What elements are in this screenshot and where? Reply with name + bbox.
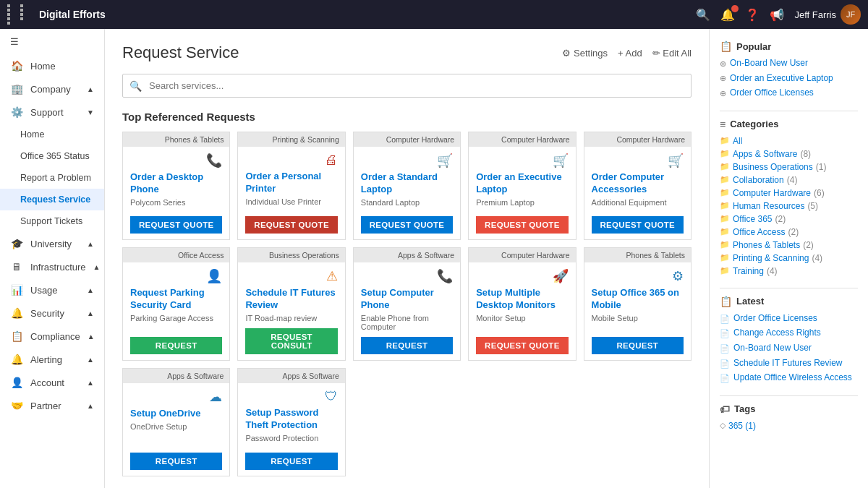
bell-icon[interactable]: 🔔 xyxy=(720,8,735,22)
sidebar-item-account[interactable]: 👤 Account ▲ xyxy=(0,371,104,394)
category-computer-hardware[interactable]: 📁 Computer Hardware (6) xyxy=(720,188,858,198)
sidebar-hamburger[interactable]: ☰ xyxy=(0,29,104,54)
card-onedrive: Apps & Software ☁ Setup OneDrive OneDriv… xyxy=(122,368,230,476)
request-consult-button[interactable]: REQUEST CONSULT xyxy=(245,328,337,354)
latest-link-2[interactable]: 📄 On-Board New User xyxy=(720,343,858,354)
help-icon[interactable]: ❓ xyxy=(745,8,760,22)
latest-link-1[interactable]: 📄 Change Access Rights xyxy=(720,328,858,339)
card-subtitle: Polycom Series xyxy=(130,198,222,207)
edit-all-button[interactable]: ✏ Edit All xyxy=(652,48,692,59)
category-human-resources[interactable]: 📁 Human Resources (5) xyxy=(720,201,858,211)
category-apps-software[interactable]: 📁 Apps & Software (8) xyxy=(720,149,858,159)
category-training[interactable]: 📁 Training (4) xyxy=(720,266,858,276)
card-title[interactable]: Setup OneDrive xyxy=(130,408,222,420)
card-title[interactable]: Schedule IT Futures Review xyxy=(245,287,337,312)
sidebar-item-university[interactable]: 🎓 University ▲ xyxy=(0,232,104,255)
card-personal-printer: Printing & Scanning 🖨 Order a Personal P… xyxy=(237,132,345,240)
request-button-mobile[interactable]: REQUEST xyxy=(592,337,684,354)
card-title[interactable]: Order a Personal Printer xyxy=(245,171,337,195)
card-icon: ⚠ xyxy=(245,268,337,284)
category-collaboration[interactable]: 📁 Collaboration (4) xyxy=(720,175,858,185)
user-menu[interactable]: Jeff Farris JF xyxy=(794,4,861,25)
sidebar-item-partner[interactable]: 🤝 Partner ▲ xyxy=(0,394,104,417)
latest-link-0[interactable]: 📄 Order Office Licenses xyxy=(720,313,858,325)
tag-365[interactable]: ◇ 365 (1) xyxy=(720,421,858,431)
request-button-computer-phone[interactable]: REQUEST xyxy=(361,337,453,354)
category-office-access[interactable]: 📁 Office Access (2) xyxy=(720,227,858,237)
megaphone-icon[interactable]: 📢 xyxy=(770,8,784,22)
request-quote-button-accessories[interactable]: REQUEST QUOTE xyxy=(592,216,684,234)
card-body: 🖨 Order a Personal Printer Individual Us… xyxy=(238,147,344,239)
card-title[interactable]: Order an Executive Laptop xyxy=(476,171,568,196)
card-title[interactable]: Setup Computer Phone xyxy=(361,287,453,312)
main-layout: ☰ 🏠 Home 🏢 Company ▲ ⚙️ Support ▼ Home O… xyxy=(0,29,868,488)
request-button-onedrive[interactable]: REQUEST xyxy=(130,453,222,470)
sidebar-item-support-tickets[interactable]: Support Tickets xyxy=(0,210,104,232)
request-quote-button-printer[interactable]: REQUEST QUOTE xyxy=(245,216,337,234)
right-panel: 📋 Popular ⊕ On-Board New User ⊕ Order an… xyxy=(709,29,868,488)
category-office365[interactable]: 📁 Office 365 (2) xyxy=(720,214,858,224)
sidebar-item-request-service[interactable]: Request Service xyxy=(0,189,104,210)
link-icon: ⊕ xyxy=(720,88,726,98)
card-subtitle: Monitor Setup xyxy=(476,314,568,322)
card-title[interactable]: Order Computer Accessories xyxy=(592,171,684,196)
divider xyxy=(720,111,858,111)
card-title[interactable]: Request Parking Security Card xyxy=(130,287,222,312)
sidebar-item-usage[interactable]: 📊 Usage ▲ xyxy=(0,278,104,301)
doc-icon: 📄 xyxy=(720,328,730,338)
card-body: ⚠ Schedule IT Futures Review IT Road-map… xyxy=(238,262,344,360)
sidebar-item-office365[interactable]: Office 365 Status xyxy=(0,145,104,167)
chevron-down-icon: ▲ xyxy=(87,85,94,93)
request-quote-button-exec-laptop[interactable]: REQUEST QUOTE xyxy=(476,216,568,234)
app-grid-icon[interactable] xyxy=(7,4,32,25)
card-title[interactable]: Setup Multiple Desktop Monitors xyxy=(476,287,568,312)
popular-link-1[interactable]: ⊕ Order an Executive Laptop xyxy=(720,73,858,85)
request-quote-button-monitors[interactable]: REQUEST QUOTE xyxy=(476,337,568,354)
card-title[interactable]: Setup Password Theft Protection xyxy=(245,407,337,432)
doc-icon: 📄 xyxy=(720,373,730,383)
sidebar-item-home[interactable]: 🏠 Home xyxy=(0,54,104,77)
tags-icon: 🏷 xyxy=(720,403,730,415)
card-icon: ⚙ xyxy=(592,268,684,284)
card-body: 👤 Request Parking Security Card Parking … xyxy=(123,262,229,360)
card-title[interactable]: Order a Desktop Phone xyxy=(130,171,222,196)
card-placeholder-3 xyxy=(353,368,461,476)
request-button-parking[interactable]: REQUEST xyxy=(130,337,222,354)
popular-link-2[interactable]: ⊕ Order Office Licenses xyxy=(720,87,858,99)
category-business-ops[interactable]: 📁 Business Operations (1) xyxy=(720,162,858,172)
card-body: 🚀 Setup Multiple Desktop Monitors Monito… xyxy=(469,262,575,360)
card-subtitle: Password Protection xyxy=(245,434,337,442)
card-subtitle: IT Road-map review xyxy=(245,314,337,322)
category-printing-scanning[interactable]: 📁 Printing & Scanning (4) xyxy=(720,253,858,263)
topnav: Digital Efforts 🔍 🔔 ❓ 📢 Jeff Farris JF xyxy=(0,0,868,29)
sidebar-item-alerting[interactable]: 🔔 Alerting ▲ xyxy=(0,348,104,371)
chevron-down-icon-support: ▼ xyxy=(87,108,94,116)
request-quote-button-phone[interactable]: REQUEST QUOTE xyxy=(130,216,222,234)
latest-link-3[interactable]: 📄 Schedule IT Futures Review xyxy=(720,358,858,369)
settings-button[interactable]: ⚙ Settings xyxy=(562,48,608,59)
add-button[interactable]: + Add xyxy=(618,48,642,59)
sidebar-item-company[interactable]: 🏢 Company ▲ xyxy=(0,77,104,100)
sidebar-item-compliance[interactable]: 📋 Compliance ▲ xyxy=(0,325,104,348)
sidebar-item-infrastructure[interactable]: 🖥 Infrastructure ▲ xyxy=(0,255,104,278)
popular-link-0[interactable]: ⊕ On-Board New User xyxy=(720,58,858,69)
category-phones-tablets[interactable]: 📁 Phones & Tablets (2) xyxy=(720,240,858,250)
request-quote-button-standard-laptop[interactable]: REQUEST QUOTE xyxy=(361,216,453,234)
search-icon[interactable]: 🔍 xyxy=(696,8,710,22)
sidebar-item-report-problem[interactable]: Report a Problem xyxy=(0,167,104,189)
chevron-down-icon-uni: ▲ xyxy=(87,240,94,248)
card-desktop-monitors: Computer Hardware 🚀 Setup Multiple Deskt… xyxy=(468,247,576,361)
card-category: Phones & Tablets xyxy=(123,132,229,147)
doc-icon: 📄 xyxy=(720,314,730,324)
latest-icon: 📋 xyxy=(720,296,732,307)
sidebar-item-support-home[interactable]: Home xyxy=(0,124,104,145)
search-input[interactable] xyxy=(122,74,692,98)
card-title[interactable]: Order a Standard Laptop xyxy=(361,171,453,196)
card-office365-mobile: Phones & Tablets ⚙ Setup Office 365 on M… xyxy=(584,247,692,361)
sidebar-item-support[interactable]: ⚙️ Support ▼ xyxy=(0,100,104,124)
category-all[interactable]: 📁 All xyxy=(720,136,858,146)
sidebar-item-security[interactable]: 🔔 Security ▲ xyxy=(0,301,104,325)
request-button-password-theft[interactable]: REQUEST xyxy=(245,453,337,470)
latest-link-4[interactable]: 📄 Update Office Wireless Access xyxy=(720,372,858,384)
card-title[interactable]: Setup Office 365 on Mobile xyxy=(592,287,684,312)
